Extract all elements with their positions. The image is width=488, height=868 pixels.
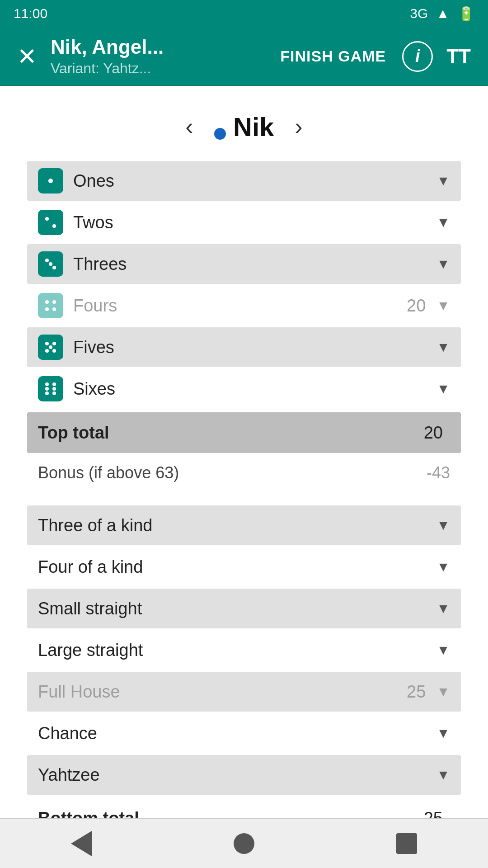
fives-dice-icon	[38, 335, 63, 360]
score-list: Ones ▼ Twos ▼ Threes ▼	[0, 161, 488, 838]
svg-point-1	[45, 217, 49, 221]
ones-dropdown[interactable]: ▼	[436, 173, 450, 189]
network-indicator: 3G	[410, 6, 428, 21]
three-of-a-kind-row[interactable]: Three of a kind ▼	[27, 505, 461, 545]
svg-point-11	[52, 342, 56, 345]
back-button[interactable]	[44, 822, 119, 865]
small-straight-row[interactable]: Small straight ▼	[27, 589, 461, 628]
four-of-a-kind-dropdown[interactable]: ▼	[436, 559, 450, 575]
status-right: 3G ▲ 🔋	[410, 6, 474, 22]
large-straight-label: Large straight	[38, 641, 433, 660]
svg-point-8	[45, 307, 49, 311]
twos-dropdown[interactable]: ▼	[436, 215, 450, 230]
svg-point-6	[45, 300, 49, 304]
svg-point-15	[45, 382, 49, 386]
svg-point-5	[52, 266, 56, 269]
next-player-button[interactable]: ›	[290, 108, 307, 145]
top-total-label: Top total	[38, 423, 424, 443]
yahtzee-label: Yahtzee	[38, 765, 433, 785]
bonus-value: -43	[427, 463, 450, 482]
svg-point-13	[45, 349, 49, 353]
bonus-label: Bonus (if above 63)	[38, 463, 427, 482]
yahtzee-row[interactable]: Yahtzee ▼	[27, 755, 461, 795]
three-of-a-kind-dropdown[interactable]: ▼	[436, 518, 450, 533]
status-time: 11:00	[14, 6, 47, 21]
threes-label: Threes	[73, 255, 433, 274]
three-of-a-kind-label: Three of a kind	[38, 516, 433, 535]
twos-dice-icon	[38, 210, 63, 235]
player-navigation: ‹ Nik ›	[0, 86, 488, 161]
sixes-dropdown[interactable]: ▼	[436, 381, 450, 396]
fours-label: Fours	[73, 296, 407, 316]
ones-row[interactable]: Ones ▼	[27, 161, 461, 201]
sixes-dice-icon	[38, 376, 63, 401]
four-of-a-kind-label: Four of a kind	[38, 557, 433, 577]
fives-dropdown[interactable]: ▼	[436, 340, 450, 355]
top-total-value: 20	[424, 423, 443, 443]
yahtzee-dropdown[interactable]: ▼	[436, 767, 450, 783]
player-dot	[214, 128, 226, 140]
toolbar: ✕ Nik, Angel... Variant: Yahtz... FINISH…	[0, 27, 488, 86]
signal-icon: ▲	[436, 6, 450, 21]
fours-dice-icon	[38, 293, 63, 318]
toolbar-title-group: Nik, Angel... Variant: Yahtz...	[51, 36, 264, 77]
bottom-navigation	[0, 818, 488, 868]
svg-point-3	[45, 259, 49, 262]
full-house-value: 25	[407, 682, 426, 702]
fours-dropdown[interactable]: ▼	[436, 298, 450, 313]
fives-label: Fives	[73, 338, 433, 357]
svg-point-20	[52, 392, 56, 395]
small-straight-label: Small straight	[38, 599, 433, 618]
svg-point-9	[52, 307, 56, 311]
twos-label: Twos	[73, 213, 433, 232]
svg-point-19	[45, 392, 49, 395]
svg-point-14	[52, 349, 56, 353]
ones-dice-icon	[38, 168, 63, 193]
recents-button[interactable]	[369, 824, 444, 863]
toolbar-subtitle: Variant: Yahtz...	[51, 60, 264, 77]
svg-point-10	[45, 342, 49, 345]
svg-point-17	[45, 387, 49, 391]
prev-player-button[interactable]: ‹	[181, 108, 197, 145]
svg-point-16	[52, 382, 56, 386]
top-total-row: Top total 20	[27, 412, 461, 453]
bonus-row: Bonus (if above 63) -43	[27, 455, 461, 491]
threes-row[interactable]: Threes ▼	[27, 244, 461, 284]
ones-label: Ones	[73, 171, 433, 191]
four-of-a-kind-row[interactable]: Four of a kind ▼	[27, 547, 461, 587]
full-house-row[interactable]: Full House 25 ▼	[27, 672, 461, 712]
chance-label: Chance	[38, 724, 433, 743]
toolbar-title: Nik, Angel...	[51, 36, 264, 58]
home-icon	[234, 833, 254, 854]
battery-icon: 🔋	[458, 6, 474, 22]
threes-dice-icon	[38, 251, 63, 277]
fours-value: 20	[407, 296, 426, 316]
fives-row[interactable]: Fives ▼	[27, 327, 461, 367]
svg-point-12	[49, 345, 52, 349]
back-icon	[71, 831, 92, 856]
sixes-row[interactable]: Sixes ▼	[27, 369, 461, 409]
fours-row[interactable]: Fours 20 ▼	[27, 286, 461, 326]
home-button[interactable]	[206, 824, 282, 863]
status-bar: 11:00 3G ▲ 🔋	[0, 0, 488, 27]
chance-dropdown[interactable]: ▼	[436, 726, 450, 741]
full-house-label: Full House	[38, 682, 407, 702]
small-straight-dropdown[interactable]: ▼	[436, 601, 450, 616]
twos-row[interactable]: Twos ▼	[27, 203, 461, 242]
close-button[interactable]: ✕	[13, 40, 42, 73]
svg-point-4	[49, 262, 52, 266]
large-straight-dropdown[interactable]: ▼	[436, 642, 450, 658]
chance-row[interactable]: Chance ▼	[27, 713, 461, 753]
recents-icon	[396, 833, 417, 854]
large-straight-row[interactable]: Large straight ▼	[27, 630, 461, 670]
svg-point-18	[52, 387, 56, 391]
full-house-dropdown[interactable]: ▼	[436, 684, 450, 699]
info-button[interactable]: i	[402, 41, 433, 72]
threes-dropdown[interactable]: ▼	[436, 256, 450, 272]
svg-point-2	[52, 224, 56, 228]
svg-point-7	[52, 300, 56, 304]
sixes-label: Sixes	[73, 379, 433, 399]
svg-point-0	[48, 179, 53, 183]
font-size-button[interactable]: TT	[442, 41, 475, 72]
finish-game-button[interactable]: FINISH GAME	[273, 41, 393, 71]
